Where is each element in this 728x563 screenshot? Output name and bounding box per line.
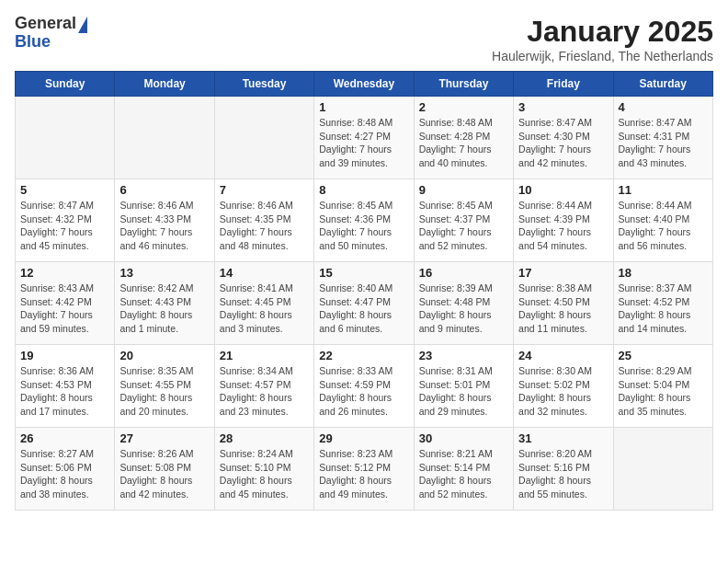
- day-info: Sunrise: 8:31 AMSunset: 5:01 PMDaylight:…: [419, 364, 508, 419]
- day-info: Sunrise: 8:37 AMSunset: 4:52 PMDaylight:…: [619, 282, 708, 336]
- day-info: Sunrise: 8:43 AMSunset: 4:42 PMDaylight:…: [20, 282, 109, 336]
- day-info: Sunrise: 8:33 AMSunset: 4:59 PMDaylight:…: [319, 364, 408, 419]
- day-number: 31: [518, 431, 608, 445]
- calendar-cell: 11Sunrise: 8:44 AMSunset: 4:40 PMDayligh…: [613, 179, 712, 262]
- day-info: Sunrise: 8:21 AMSunset: 5:14 PMDaylight:…: [419, 447, 508, 501]
- calendar-cell: 19Sunrise: 8:36 AMSunset: 4:53 PMDayligh…: [16, 345, 115, 428]
- day-number: 26: [20, 431, 109, 445]
- calendar-cell: 27Sunrise: 8:26 AMSunset: 5:08 PMDayligh…: [115, 428, 214, 511]
- calendar-cell: 14Sunrise: 8:41 AMSunset: 4:45 PMDayligh…: [214, 262, 313, 345]
- weekday-header: Tuesday: [214, 72, 313, 97]
- day-info: Sunrise: 8:26 AMSunset: 5:08 PMDaylight:…: [119, 447, 209, 501]
- day-number: 3: [518, 100, 608, 114]
- day-info: Sunrise: 8:35 AMSunset: 4:55 PMDaylight:…: [119, 364, 209, 419]
- day-number: 30: [419, 431, 508, 445]
- day-number: 15: [319, 266, 408, 280]
- day-number: 4: [619, 100, 708, 114]
- calendar-body: 1Sunrise: 8:48 AMSunset: 4:27 PMDaylight…: [16, 97, 713, 511]
- day-number: 25: [619, 349, 708, 362]
- day-number: 18: [619, 266, 708, 280]
- calendar-cell: 2Sunrise: 8:48 AMSunset: 4:28 PMDaylight…: [414, 97, 513, 179]
- calendar-header: SundayMondayTuesdayWednesdayThursdayFrid…: [16, 72, 713, 97]
- logo-triangle-icon: [78, 17, 87, 33]
- calendar-cell: 13Sunrise: 8:42 AMSunset: 4:43 PMDayligh…: [115, 262, 214, 345]
- logo-general: General: [15, 15, 76, 33]
- day-info: Sunrise: 8:45 AMSunset: 4:36 PMDaylight:…: [319, 199, 408, 253]
- day-info: Sunrise: 8:38 AMSunset: 4:50 PMDaylight:…: [518, 282, 608, 336]
- day-info: Sunrise: 8:47 AMSunset: 4:32 PMDaylight:…: [20, 199, 109, 253]
- day-number: 27: [119, 431, 209, 445]
- day-number: 19: [20, 349, 109, 362]
- day-number: 16: [419, 266, 508, 280]
- day-number: 12: [20, 266, 109, 280]
- day-info: Sunrise: 8:34 AMSunset: 4:57 PMDaylight:…: [220, 364, 309, 419]
- day-info: Sunrise: 8:24 AMSunset: 5:10 PMDaylight:…: [220, 447, 309, 501]
- day-number: 13: [119, 266, 209, 280]
- calendar-week-row: 12Sunrise: 8:43 AMSunset: 4:42 PMDayligh…: [16, 262, 713, 345]
- day-number: 7: [220, 183, 309, 197]
- day-info: Sunrise: 8:44 AMSunset: 4:40 PMDaylight:…: [619, 199, 708, 253]
- calendar-cell: 5Sunrise: 8:47 AMSunset: 4:32 PMDaylight…: [16, 179, 115, 262]
- calendar-cell: 31Sunrise: 8:20 AMSunset: 5:16 PMDayligh…: [514, 428, 613, 511]
- day-number: 10: [518, 183, 608, 197]
- calendar-cell: 29Sunrise: 8:23 AMSunset: 5:12 PMDayligh…: [314, 428, 414, 511]
- calendar-cell: 16Sunrise: 8:39 AMSunset: 4:48 PMDayligh…: [414, 262, 513, 345]
- day-info: Sunrise: 8:47 AMSunset: 4:30 PMDaylight:…: [518, 116, 608, 170]
- weekday-header: Friday: [514, 72, 613, 97]
- day-info: Sunrise: 8:23 AMSunset: 5:12 PMDaylight:…: [319, 447, 408, 501]
- calendar-cell: 18Sunrise: 8:37 AMSunset: 4:52 PMDayligh…: [613, 262, 712, 345]
- calendar-week-row: 26Sunrise: 8:27 AMSunset: 5:06 PMDayligh…: [16, 428, 713, 511]
- location-subtitle: Haulerwijk, Friesland, The Netherlands: [492, 49, 713, 63]
- weekday-header: Sunday: [16, 72, 115, 97]
- calendar-cell: 1Sunrise: 8:48 AMSunset: 4:27 PMDaylight…: [314, 97, 414, 179]
- day-number: 8: [319, 183, 408, 197]
- day-info: Sunrise: 8:45 AMSunset: 4:37 PMDaylight:…: [419, 199, 508, 253]
- calendar-cell: 6Sunrise: 8:46 AMSunset: 4:33 PMDaylight…: [115, 179, 214, 262]
- day-info: Sunrise: 8:44 AMSunset: 4:39 PMDaylight:…: [518, 199, 608, 253]
- calendar-week-row: 1Sunrise: 8:48 AMSunset: 4:27 PMDaylight…: [16, 97, 713, 179]
- day-number: 1: [319, 100, 408, 114]
- day-info: Sunrise: 8:27 AMSunset: 5:06 PMDaylight:…: [20, 447, 109, 501]
- day-number: 23: [419, 349, 508, 362]
- day-info: Sunrise: 8:40 AMSunset: 4:47 PMDaylight:…: [319, 282, 408, 336]
- day-info: Sunrise: 8:36 AMSunset: 4:53 PMDaylight:…: [20, 364, 109, 419]
- day-number: 24: [518, 349, 608, 362]
- day-info: Sunrise: 8:41 AMSunset: 4:45 PMDaylight:…: [220, 282, 309, 336]
- weekday-header: Monday: [115, 72, 214, 97]
- day-number: 28: [220, 431, 309, 445]
- calendar-cell: 17Sunrise: 8:38 AMSunset: 4:50 PMDayligh…: [514, 262, 613, 345]
- calendar-cell: 7Sunrise: 8:46 AMSunset: 4:35 PMDaylight…: [214, 179, 313, 262]
- calendar-week-row: 5Sunrise: 8:47 AMSunset: 4:32 PMDaylight…: [16, 179, 713, 262]
- day-number: 11: [619, 183, 708, 197]
- calendar-cell: 15Sunrise: 8:40 AMSunset: 4:47 PMDayligh…: [314, 262, 414, 345]
- calendar-cell: [214, 97, 313, 179]
- calendar-cell: 21Sunrise: 8:34 AMSunset: 4:57 PMDayligh…: [214, 345, 313, 428]
- weekday-header: Wednesday: [314, 72, 414, 97]
- calendar-cell: [16, 97, 115, 179]
- day-info: Sunrise: 8:48 AMSunset: 4:28 PMDaylight:…: [419, 116, 508, 170]
- page-header: General Blue January 2025 Haulerwijk, Fr…: [15, 15, 713, 63]
- day-number: 20: [119, 349, 209, 362]
- calendar-cell: 28Sunrise: 8:24 AMSunset: 5:10 PMDayligh…: [214, 428, 313, 511]
- day-number: 2: [419, 100, 508, 114]
- day-info: Sunrise: 8:46 AMSunset: 4:35 PMDaylight:…: [220, 199, 309, 253]
- day-number: 29: [319, 431, 408, 445]
- calendar-cell: [613, 428, 712, 511]
- day-info: Sunrise: 8:29 AMSunset: 5:04 PMDaylight:…: [619, 364, 708, 419]
- title-area: January 2025 Haulerwijk, Friesland, The …: [492, 15, 713, 63]
- day-info: Sunrise: 8:48 AMSunset: 4:27 PMDaylight:…: [319, 116, 408, 170]
- day-number: 21: [220, 349, 309, 362]
- day-info: Sunrise: 8:20 AMSunset: 5:16 PMDaylight:…: [518, 447, 608, 501]
- day-number: 9: [419, 183, 508, 197]
- day-info: Sunrise: 8:42 AMSunset: 4:43 PMDaylight:…: [119, 282, 209, 336]
- calendar-cell: 25Sunrise: 8:29 AMSunset: 5:04 PMDayligh…: [613, 345, 712, 428]
- day-info: Sunrise: 8:30 AMSunset: 5:02 PMDaylight:…: [518, 364, 608, 419]
- day-number: 17: [518, 266, 608, 280]
- day-info: Sunrise: 8:46 AMSunset: 4:33 PMDaylight:…: [119, 199, 209, 253]
- day-info: Sunrise: 8:47 AMSunset: 4:31 PMDaylight:…: [619, 116, 708, 170]
- calendar-cell: 12Sunrise: 8:43 AMSunset: 4:42 PMDayligh…: [16, 262, 115, 345]
- calendar-cell: 20Sunrise: 8:35 AMSunset: 4:55 PMDayligh…: [115, 345, 214, 428]
- calendar-cell: 3Sunrise: 8:47 AMSunset: 4:30 PMDaylight…: [514, 97, 613, 179]
- day-number: 14: [220, 266, 309, 280]
- calendar-cell: 24Sunrise: 8:30 AMSunset: 5:02 PMDayligh…: [514, 345, 613, 428]
